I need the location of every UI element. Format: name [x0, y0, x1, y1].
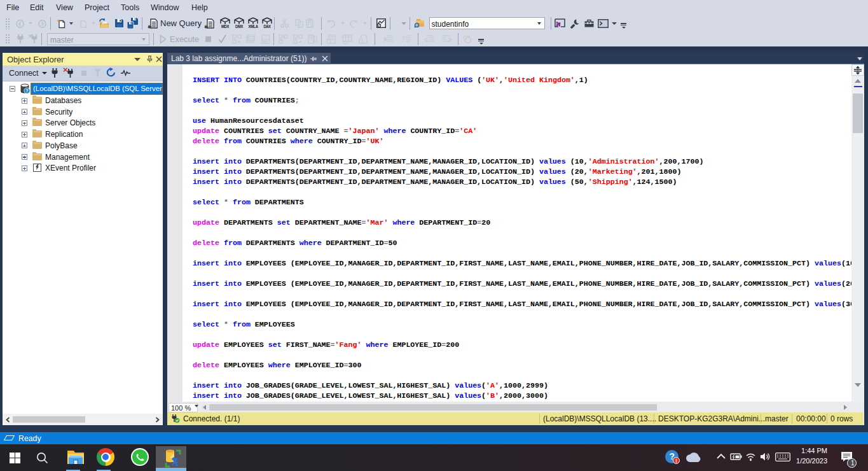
- svg-text:?: ?: [26, 88, 29, 93]
- svg-text:?: ?: [401, 36, 405, 43]
